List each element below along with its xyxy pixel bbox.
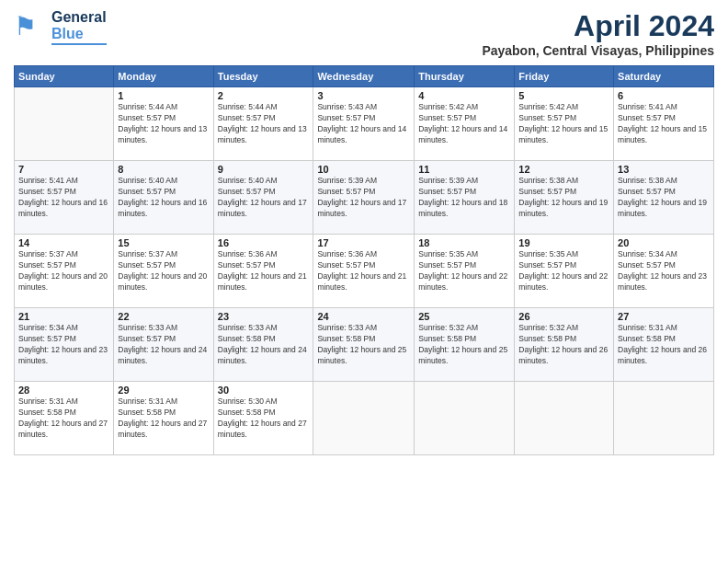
day-number: 1 <box>118 90 209 101</box>
day-number: 29 <box>118 385 209 396</box>
day-number: 15 <box>118 237 209 248</box>
calendar-cell: 12Sunrise: 5:38 AM Sunset: 5:57 PM Dayli… <box>515 161 614 235</box>
calendar-cell: 1Sunrise: 5:44 AM Sunset: 5:57 PM Daylig… <box>114 87 213 161</box>
title-section: April 2024 Payabon, Central Visayas, Phi… <box>482 9 714 58</box>
day-number: 7 <box>18 164 109 175</box>
day-info: Sunrise: 5:32 AM Sunset: 5:58 PM Dayligh… <box>418 323 510 367</box>
day-info: Sunrise: 5:38 AM Sunset: 5:57 PM Dayligh… <box>518 176 609 220</box>
day-number: 30 <box>218 385 310 396</box>
day-number: 23 <box>218 311 310 322</box>
calendar-cell: 10Sunrise: 5:39 AM Sunset: 5:57 PM Dayli… <box>313 161 415 235</box>
calendar-page: ⚑ General Blue April 2024 Payabon, Centr… <box>0 0 728 563</box>
calendar-cell: 24Sunrise: 5:33 AM Sunset: 5:58 PM Dayli… <box>313 308 415 382</box>
weekday-header-thursday: Thursday <box>415 66 515 87</box>
day-info: Sunrise: 5:36 AM Sunset: 5:57 PM Dayligh… <box>218 249 310 293</box>
day-number: 24 <box>317 311 410 322</box>
day-number: 20 <box>618 237 710 248</box>
logo-general-text: General <box>51 9 107 26</box>
calendar-cell <box>614 382 714 455</box>
day-number: 8 <box>118 164 209 175</box>
calendar-cell: 4Sunrise: 5:42 AM Sunset: 5:57 PM Daylig… <box>415 87 515 161</box>
day-info: Sunrise: 5:43 AM Sunset: 5:57 PM Dayligh… <box>317 102 410 146</box>
calendar-cell <box>515 382 614 455</box>
calendar-cell <box>415 382 515 455</box>
week-row-1: 1Sunrise: 5:44 AM Sunset: 5:57 PM Daylig… <box>15 87 714 161</box>
calendar-cell: 15Sunrise: 5:37 AM Sunset: 5:57 PM Dayli… <box>114 235 213 308</box>
day-info: Sunrise: 5:44 AM Sunset: 5:57 PM Dayligh… <box>118 102 209 146</box>
day-info: Sunrise: 5:42 AM Sunset: 5:57 PM Dayligh… <box>418 102 510 146</box>
calendar-table: SundayMondayTuesdayWednesdayThursdayFrid… <box>14 65 714 455</box>
calendar-cell: 8Sunrise: 5:40 AM Sunset: 5:57 PM Daylig… <box>114 161 213 235</box>
calendar-cell: 30Sunrise: 5:30 AM Sunset: 5:58 PM Dayli… <box>213 382 313 455</box>
calendar-cell: 25Sunrise: 5:32 AM Sunset: 5:58 PM Dayli… <box>415 308 515 382</box>
day-number: 19 <box>518 237 609 248</box>
calendar-cell: 28Sunrise: 5:31 AM Sunset: 5:58 PM Dayli… <box>15 382 114 455</box>
calendar-cell: 17Sunrise: 5:36 AM Sunset: 5:57 PM Dayli… <box>313 235 415 308</box>
day-number: 9 <box>218 164 310 175</box>
page-header: ⚑ General Blue April 2024 Payabon, Centr… <box>14 9 714 58</box>
day-info: Sunrise: 5:34 AM Sunset: 5:57 PM Dayligh… <box>18 323 109 367</box>
calendar-cell: 26Sunrise: 5:32 AM Sunset: 5:58 PM Dayli… <box>515 308 614 382</box>
calendar-cell: 6Sunrise: 5:41 AM Sunset: 5:57 PM Daylig… <box>614 87 714 161</box>
day-number: 11 <box>418 164 510 175</box>
day-number: 25 <box>418 311 510 322</box>
day-number: 17 <box>317 237 410 248</box>
day-info: Sunrise: 5:31 AM Sunset: 5:58 PM Dayligh… <box>118 396 209 441</box>
calendar-cell: 5Sunrise: 5:42 AM Sunset: 5:57 PM Daylig… <box>515 87 614 161</box>
weekday-header-row: SundayMondayTuesdayWednesdayThursdayFrid… <box>15 66 714 87</box>
day-info: Sunrise: 5:39 AM Sunset: 5:57 PM Dayligh… <box>418 176 510 220</box>
calendar-cell: 2Sunrise: 5:44 AM Sunset: 5:57 PM Daylig… <box>213 87 313 161</box>
day-info: Sunrise: 5:31 AM Sunset: 5:58 PM Dayligh… <box>618 323 710 367</box>
calendar-cell: 16Sunrise: 5:36 AM Sunset: 5:57 PM Dayli… <box>213 235 313 308</box>
weekday-header-saturday: Saturday <box>614 66 714 87</box>
svg-text:⚑: ⚑ <box>14 12 37 40</box>
calendar-cell: 11Sunrise: 5:39 AM Sunset: 5:57 PM Dayli… <box>415 161 515 235</box>
logo-name: General Blue <box>51 9 107 45</box>
logo-underline <box>51 43 107 45</box>
calendar-cell: 21Sunrise: 5:34 AM Sunset: 5:57 PM Dayli… <box>15 308 114 382</box>
calendar-cell: 13Sunrise: 5:38 AM Sunset: 5:57 PM Dayli… <box>614 161 714 235</box>
day-number: 12 <box>518 164 609 175</box>
day-number: 18 <box>418 237 510 248</box>
day-info: Sunrise: 5:41 AM Sunset: 5:57 PM Dayligh… <box>618 102 710 146</box>
calendar-cell: 9Sunrise: 5:40 AM Sunset: 5:57 PM Daylig… <box>213 161 313 235</box>
day-info: Sunrise: 5:39 AM Sunset: 5:57 PM Dayligh… <box>317 176 410 220</box>
day-number: 27 <box>618 311 710 322</box>
calendar-cell: 27Sunrise: 5:31 AM Sunset: 5:58 PM Dayli… <box>614 308 714 382</box>
calendar-cell: 29Sunrise: 5:31 AM Sunset: 5:58 PM Dayli… <box>114 382 213 455</box>
location-subtitle: Payabon, Central Visayas, Philippines <box>482 43 714 58</box>
day-info: Sunrise: 5:41 AM Sunset: 5:57 PM Dayligh… <box>18 176 109 220</box>
calendar-cell <box>313 382 415 455</box>
day-info: Sunrise: 5:33 AM Sunset: 5:58 PM Dayligh… <box>317 323 410 367</box>
day-number: 22 <box>118 311 209 322</box>
weekday-header-monday: Monday <box>114 66 213 87</box>
day-info: Sunrise: 5:44 AM Sunset: 5:57 PM Dayligh… <box>218 102 310 146</box>
weekday-header-tuesday: Tuesday <box>213 66 313 87</box>
day-number: 13 <box>618 164 710 175</box>
logo-icon: ⚑ <box>14 11 47 44</box>
calendar-cell: 20Sunrise: 5:34 AM Sunset: 5:57 PM Dayli… <box>614 235 714 308</box>
day-number: 6 <box>618 90 710 101</box>
day-info: Sunrise: 5:36 AM Sunset: 5:57 PM Dayligh… <box>317 249 410 293</box>
day-info: Sunrise: 5:30 AM Sunset: 5:58 PM Dayligh… <box>218 396 310 441</box>
calendar-cell: 22Sunrise: 5:33 AM Sunset: 5:57 PM Dayli… <box>114 308 213 382</box>
day-number: 14 <box>18 237 109 248</box>
month-title: April 2024 <box>482 9 714 43</box>
day-number: 26 <box>518 311 609 322</box>
day-number: 10 <box>317 164 410 175</box>
day-info: Sunrise: 5:35 AM Sunset: 5:57 PM Dayligh… <box>418 249 510 293</box>
day-number: 28 <box>18 385 109 396</box>
day-number: 2 <box>218 90 310 101</box>
logo-blue-text: Blue <box>51 26 107 42</box>
day-info: Sunrise: 5:35 AM Sunset: 5:57 PM Dayligh… <box>518 249 609 293</box>
day-info: Sunrise: 5:42 AM Sunset: 5:57 PM Dayligh… <box>518 102 609 146</box>
day-number: 4 <box>418 90 510 101</box>
weekday-header-sunday: Sunday <box>15 66 114 87</box>
calendar-cell: 19Sunrise: 5:35 AM Sunset: 5:57 PM Dayli… <box>515 235 614 308</box>
weekday-header-friday: Friday <box>515 66 614 87</box>
day-info: Sunrise: 5:40 AM Sunset: 5:57 PM Dayligh… <box>218 176 310 220</box>
logo: ⚑ General Blue <box>14 9 107 45</box>
day-number: 3 <box>317 90 410 101</box>
day-info: Sunrise: 5:37 AM Sunset: 5:57 PM Dayligh… <box>18 249 109 293</box>
calendar-cell: 7Sunrise: 5:41 AM Sunset: 5:57 PM Daylig… <box>15 161 114 235</box>
